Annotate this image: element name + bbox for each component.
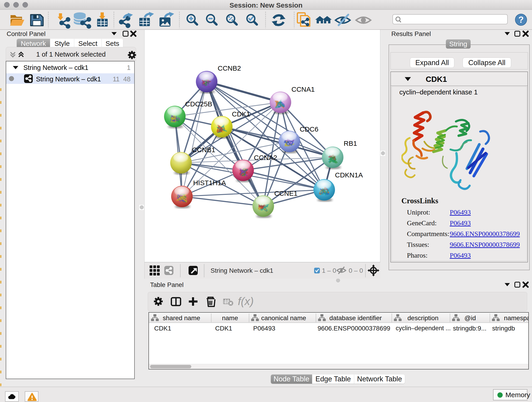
svg-text:database identifier: database identifier — [329, 314, 382, 322]
svg-text:CDC25B: CDC25B — [185, 100, 212, 108]
svg-text:CCNB1: CCNB1 — [192, 146, 215, 153]
svg-text:name: name — [222, 314, 238, 322]
svg-text:RB1: RB1 — [344, 140, 357, 147]
svg-text:shared name: shared name — [163, 314, 200, 322]
svg-text:HIST1H1A: HIST1H1A — [193, 179, 226, 186]
svg-text:namespace: namespace — [504, 314, 529, 322]
svg-text:CDKN1A: CDKN1A — [335, 171, 363, 179]
svg-text:CCNA1: CCNA1 — [291, 85, 315, 93]
svg-text:CCNA2: CCNA2 — [254, 154, 277, 161]
svg-text:CCNB2: CCNB2 — [218, 64, 241, 72]
svg-text:CCNE1: CCNE1 — [274, 190, 298, 197]
svg-text:0 – 0: 0 – 0 — [349, 267, 363, 274]
svg-text:f(x): f(x) — [238, 295, 254, 307]
svg-text:String Network – cdk1: String Network – cdk1 — [210, 267, 273, 274]
svg-text:1 – 0: 1 – 0 — [322, 267, 336, 274]
svg-text:CDK1: CDK1 — [232, 110, 250, 118]
svg-text:description: description — [407, 314, 438, 322]
svg-text:?: ? — [518, 15, 524, 25]
svg-text:@id: @id — [464, 314, 476, 322]
svg-text:canonical name: canonical name — [261, 314, 306, 322]
svg-text:CDC6: CDC6 — [300, 125, 318, 133]
